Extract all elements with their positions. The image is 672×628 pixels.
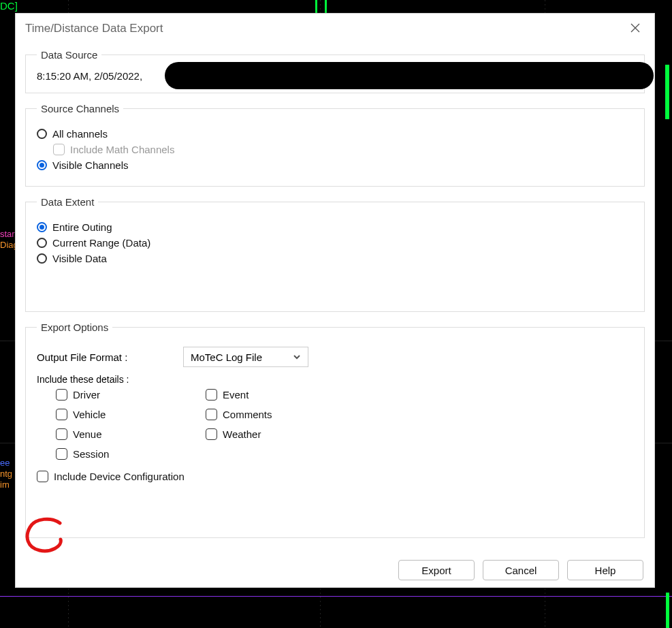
checkbox-icon (206, 409, 217, 420)
dialog-title: Time/Distance Data Export (25, 22, 626, 35)
venue-label: Venue (73, 428, 102, 440)
close-button[interactable] (626, 19, 645, 38)
export-button[interactable]: Export (398, 560, 475, 580)
checkbox-include-math[interactable]: Include Math Channels (53, 144, 633, 155)
bg-label-ntg: ntg (0, 469, 12, 480)
comments-label: Comments (223, 409, 272, 420)
dialog-body: Data Source 8:15:20 AM, 2/05/2022, Sourc… (16, 44, 654, 553)
visible-data-label: Visible Data (52, 253, 107, 264)
checkbox-icon (53, 144, 65, 155)
export-dialog: Time/Distance Data Export Data Source 8:… (15, 13, 655, 588)
radio-visible-data[interactable]: Visible Data (37, 253, 633, 264)
session-label: Session (73, 448, 109, 460)
select-output-format[interactable]: MoTeC Log File (183, 347, 308, 367)
entire-label: Entire Outing (52, 221, 112, 233)
help-button[interactable]: Help (567, 560, 643, 580)
row-output-format: Output File Format : MoTeC Log File (37, 347, 633, 367)
data-source-value: 8:15:20 AM, 2/05/2022, (37, 70, 633, 82)
chevron-down-icon (293, 351, 301, 363)
checkbox-icon (206, 389, 217, 401)
weather-label: Weather (223, 428, 261, 440)
radio-current-range[interactable]: Current Range (Data) (37, 237, 633, 249)
checkbox-weather[interactable]: Weather (206, 428, 355, 440)
radio-visible-channels[interactable]: Visible Channels (37, 159, 633, 171)
checkbox-comments[interactable]: Comments (206, 409, 355, 420)
checkbox-vehicle[interactable]: Vehicle (56, 409, 206, 420)
data-source-timestamp: 8:15:20 AM, 2/05/2022, (37, 70, 142, 82)
current-label: Current Range (Data) (52, 237, 150, 249)
bg-topleft-label: DC] (0, 0, 18, 12)
device-config-label: Include Device Configuration (54, 471, 185, 482)
checkbox-venue[interactable]: Venue (56, 428, 206, 440)
checkbox-icon (56, 409, 67, 420)
checkbox-include-device-config[interactable]: Include Device Configuration (37, 471, 633, 482)
redaction-mark (165, 62, 654, 89)
radio-icon (37, 222, 47, 232)
group-export-options: Export Options Output File Format : MoTe… (25, 321, 645, 538)
details-checklist: Driver Event Vehicle Comments Venue (56, 389, 633, 460)
label-output-format: Output File Format : (37, 351, 183, 363)
checkbox-icon (56, 428, 67, 440)
math-label: Include Math Channels (70, 144, 174, 155)
dialog-footer: Export Cancel Help (16, 553, 654, 587)
checkbox-icon (56, 448, 67, 460)
cancel-button[interactable]: Cancel (483, 560, 559, 580)
legend-data-source: Data Source (37, 49, 101, 61)
radio-icon (37, 129, 47, 139)
bg-label-ee: ee (0, 458, 12, 469)
radio-entire-outing[interactable]: Entire Outing (37, 221, 633, 233)
export-btn-label: Export (421, 565, 451, 576)
checkbox-session[interactable]: Session (56, 448, 206, 460)
group-data-extent: Data Extent Entire Outing Current Range … (25, 196, 645, 312)
cancel-btn-label: Cancel (505, 565, 537, 576)
group-data-source: Data Source 8:15:20 AM, 2/05/2022, (25, 49, 645, 93)
radio-all-label: All channels (52, 128, 108, 140)
driver-label: Driver (73, 389, 100, 401)
bg-label-im: im (0, 480, 12, 490)
select-value: MoTeC Log File (191, 351, 262, 363)
close-icon (630, 23, 640, 35)
titlebar: Time/Distance Data Export (16, 14, 654, 44)
radio-all-channels[interactable]: All channels (37, 128, 633, 140)
checkbox-event[interactable]: Event (206, 389, 355, 401)
vehicle-label: Vehicle (73, 409, 106, 420)
radio-icon (37, 238, 47, 248)
radio-icon (37, 253, 47, 264)
radio-icon (37, 160, 47, 170)
legend-export-options: Export Options (37, 321, 112, 333)
checkbox-driver[interactable]: Driver (56, 389, 206, 401)
radio-visible-label: Visible Channels (52, 159, 128, 171)
checkbox-icon (206, 428, 217, 440)
event-label: Event (223, 389, 249, 401)
help-btn-label: Help (595, 565, 616, 576)
checkbox-icon (56, 389, 67, 401)
checkbox-icon (37, 471, 48, 482)
legend-source-channels: Source Channels (37, 103, 123, 114)
label-include-details: Include these details : (37, 374, 633, 385)
group-source-channels: Source Channels All channels Include Mat… (25, 103, 645, 187)
legend-data-extent: Data Extent (37, 196, 98, 208)
